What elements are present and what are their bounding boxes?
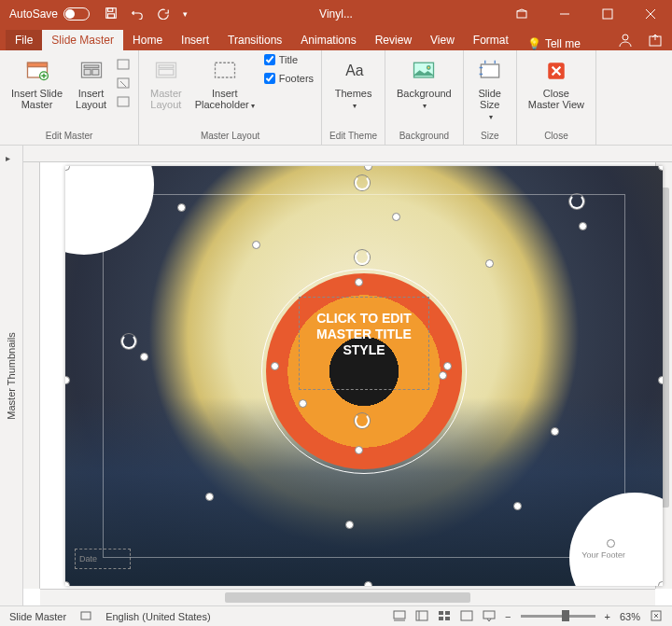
footers-checkbox[interactable]: Footers (264, 73, 314, 84)
toggle-off-icon[interactable] (63, 7, 90, 21)
reading-view-icon[interactable] (460, 609, 473, 624)
notes-icon[interactable] (393, 609, 406, 624)
document-title: Vinyl... (319, 7, 353, 21)
chevron-down-icon: ▾ (353, 102, 357, 110)
normal-view-icon[interactable] (415, 609, 428, 624)
horizontal-scrollbar[interactable] (40, 589, 655, 605)
ribbon-tabs: File Slide Master Home Insert Transition… (0, 28, 672, 50)
svg-rect-11 (27, 63, 47, 66)
btn-label: Master Layout (150, 88, 182, 110)
master-layout-button: Master Layout (147, 54, 186, 112)
maximize-icon[interactable] (586, 0, 629, 28)
svg-rect-35 (439, 611, 443, 615)
layout-icon (77, 56, 106, 86)
svg-rect-30 (81, 612, 91, 619)
tab-transitions[interactable]: Transitions (218, 30, 291, 50)
rename-icon[interactable] (116, 57, 131, 74)
tab-animations[interactable]: Animations (291, 30, 365, 50)
scrollbar-thumb[interactable] (225, 592, 471, 603)
tab-slide-master[interactable]: Slide Master (42, 30, 123, 50)
chk-label: Title (279, 54, 298, 65)
themes-button[interactable]: Aa Themes▾ (331, 54, 376, 113)
slide-canvas[interactable]: CLICK TO EDIT MASTER TITLE STYLE Date Yo… (23, 146, 672, 605)
svg-rect-14 (84, 65, 99, 68)
svg-rect-38 (445, 617, 450, 620)
insert-slide-master-button[interactable]: Insert Slide Master (7, 54, 66, 112)
slide-master[interactable]: CLICK TO EDIT MASTER TITLE STYLE Date Yo… (65, 166, 663, 586)
btn-label: Insert Layout (76, 88, 106, 110)
thumbnail-pane[interactable]: ▸ Master Thumbnails (0, 146, 23, 605)
tab-home[interactable]: Home (123, 30, 172, 50)
selection-handle[interactable] (364, 581, 372, 586)
account-icon[interactable] (618, 33, 633, 50)
undo-icon[interactable] (131, 7, 144, 22)
svg-point-8 (623, 35, 628, 40)
ribbon: Insert Slide Master Insert Layout Edit M… (0, 50, 672, 146)
group-label: Background (399, 131, 449, 141)
save-icon[interactable] (105, 7, 118, 22)
rotation-handle[interactable] (355, 175, 370, 190)
tab-insert[interactable]: Insert (172, 30, 218, 50)
svg-rect-17 (118, 60, 129, 69)
themes-icon: Aa (339, 56, 369, 86)
tab-review[interactable]: Review (366, 30, 421, 50)
expand-thumbnails-icon[interactable]: ▸ (6, 153, 10, 163)
tab-view[interactable]: View (421, 30, 464, 50)
delete-icon[interactable] (116, 76, 131, 92)
fit-to-window-icon[interactable] (650, 609, 663, 624)
group-edit-master: Insert Slide Master Insert Layout Edit M… (0, 50, 139, 145)
zoom-in-icon[interactable]: + (605, 611, 610, 622)
svg-rect-24 (215, 63, 234, 77)
placeholder-icon (210, 56, 240, 86)
editor-area: ▸ Master Thumbnails CLICK TO EDIT MASTER… (0, 146, 672, 605)
accessibility-icon[interactable] (79, 609, 92, 624)
svg-rect-37 (439, 617, 443, 620)
background-button[interactable]: Background▾ (393, 54, 455, 113)
background-icon (409, 56, 439, 86)
chevron-down-icon: ▾ (489, 113, 493, 121)
zoom-level[interactable]: 63% (620, 611, 640, 622)
selection-outline[interactable] (103, 194, 625, 558)
svg-rect-2 (108, 13, 115, 17)
sorter-view-icon[interactable] (438, 609, 451, 624)
redo-icon[interactable] (157, 7, 170, 22)
insert-placeholder-button[interactable]: Insert Placeholder▾ (191, 54, 259, 113)
selection-handle[interactable] (658, 581, 663, 586)
close-icon[interactable] (629, 0, 672, 28)
qat-customize-icon[interactable]: ▾ (183, 9, 188, 19)
minimize-icon[interactable] (543, 0, 586, 28)
svg-rect-18 (118, 78, 129, 88)
tab-file[interactable]: File (6, 30, 42, 50)
autosave-toggle[interactable]: AutoSave (0, 7, 99, 21)
chk-label: Footers (279, 73, 314, 84)
svg-rect-5 (603, 9, 612, 19)
svg-rect-36 (445, 611, 450, 615)
quick-access-toolbar: ▾ (105, 7, 188, 22)
zoom-slider[interactable] (521, 615, 595, 618)
btn-label: Background▾ (397, 88, 452, 111)
ribbon-options-icon[interactable] (500, 0, 543, 28)
thumbnails-label: Master Thumbnails (6, 332, 17, 419)
slide-size-button[interactable]: Slide Size▾ (471, 54, 509, 124)
share-icon[interactable] (648, 33, 663, 50)
close-master-view-button[interactable]: Close Master View (525, 54, 588, 112)
tab-format[interactable]: Format (464, 30, 518, 50)
tell-me-search[interactable]: 💡 Tell me (527, 37, 581, 50)
slideshow-icon[interactable] (483, 609, 496, 624)
btn-label: Close Master View (528, 88, 584, 110)
group-label: Close (544, 131, 568, 141)
insert-layout-button[interactable]: Insert Layout (72, 54, 110, 112)
slide-master-icon (22, 56, 52, 86)
autosave-label: AutoSave (9, 7, 58, 21)
status-language[interactable]: English (United States) (105, 611, 211, 622)
preserve-icon[interactable] (116, 94, 131, 111)
title-checkbox[interactable]: Title (264, 54, 314, 65)
btn-label: Insert Placeholder▾ (195, 88, 255, 111)
status-view: Slide Master (9, 611, 66, 622)
selection-handle[interactable] (658, 376, 663, 384)
window-controls (500, 0, 672, 28)
svg-rect-39 (461, 611, 472, 620)
chevron-down-icon: ▾ (423, 102, 427, 110)
zoom-out-icon[interactable]: − (505, 611, 511, 622)
group-size: Slide Size▾ Size (464, 50, 517, 145)
